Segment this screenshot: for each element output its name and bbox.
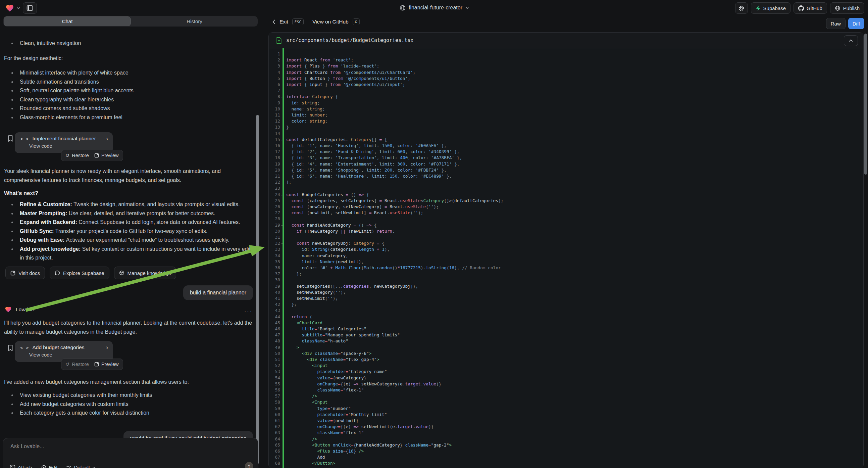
code-line: 21 { id: '6', name: 'Healthcare', limit:… — [269, 173, 863, 179]
message-menu-button[interactable]: ··· — [244, 308, 253, 314]
code-line: 17 { id: '2', name: 'Food & Dining', lim… — [269, 149, 863, 155]
tab-history[interactable]: History — [131, 16, 258, 27]
restore-icon: ↺ — [65, 361, 69, 367]
publish-button[interactable]: Publish — [830, 2, 864, 14]
line-number: 46 — [269, 326, 280, 332]
fold-chevron-icon[interactable]: › — [279, 139, 285, 141]
code-line: 29› const handleAddCategory = () => { — [269, 222, 863, 228]
view-on-github-button[interactable]: View on GitHub — [312, 19, 348, 25]
supabase-button[interactable]: Supabase — [751, 2, 791, 14]
toggle-sidebar-button[interactable] — [23, 2, 37, 14]
view-code-link[interactable]: View code — [15, 351, 113, 357]
assistant-outro-2: I've added a new budget categories manag… — [4, 377, 255, 386]
line-number: 16 — [269, 143, 280, 149]
diff-toggle-button[interactable]: Diff — [848, 18, 864, 29]
line-number: 23 — [269, 185, 280, 192]
code-line: 14 — [269, 130, 863, 137]
list-item: Each category gets a unique color for vi… — [4, 409, 253, 418]
code-line: 44 return ( — [269, 314, 863, 320]
external-link-icon — [94, 362, 99, 367]
code-line: 3import { Plus } from 'lucide-react'; — [269, 63, 863, 69]
line-number: 67 — [269, 454, 280, 460]
preview-button[interactable]: Preview — [94, 361, 119, 367]
send-button[interactable]: ↑ — [245, 462, 253, 468]
line-number: 5 — [269, 76, 280, 82]
feature-bullet-list: View existing budget categories with the… — [4, 391, 253, 418]
whats-next-heading: What's next? — [4, 189, 38, 198]
line-number: 22 — [269, 179, 280, 185]
assistant-summary: Your sleek financial planner is now read… — [4, 167, 253, 185]
chevron-down-icon — [465, 7, 469, 9]
line-number: 58 — [269, 399, 280, 405]
line-number: 29 — [269, 222, 280, 228]
next-step-item: Expand with Backend: Connect Supabase to… — [4, 218, 253, 227]
line-number: 42 — [269, 301, 280, 308]
project-switcher[interactable]: financial-future-creator — [399, 0, 469, 16]
chevron-down-icon[interactable] — [17, 7, 20, 9]
view-code-link[interactable]: View code — [15, 142, 113, 149]
collapse-file-button[interactable] — [844, 35, 858, 46]
code-line: 8›interface Category { — [269, 94, 863, 100]
code-line: 42 }; — [269, 301, 863, 308]
user-message-1: build a financial planner — [183, 285, 253, 300]
code-line: 55 onChange={(e) => setNewCategory(e.tar… — [269, 381, 863, 387]
esc-kbd: ESC — [292, 19, 304, 25]
line-number: 19 — [269, 161, 280, 167]
line-number: 53 — [269, 369, 280, 375]
chat-input[interactable] — [10, 443, 246, 456]
fold-chevron-icon[interactable]: › — [279, 224, 285, 227]
list-item: View existing budget categories with the… — [4, 391, 253, 400]
line-number: 68 — [269, 460, 280, 466]
code-line: 36 color: '#' + Math.floor(Math.random()… — [269, 265, 863, 271]
line-number: 63 — [269, 430, 280, 436]
mode-select[interactable]: Default — [66, 465, 95, 468]
line-number: 28 — [269, 216, 280, 222]
restore-button[interactable]: ↺ Restore — [65, 153, 89, 158]
attach-button[interactable]: Attach — [10, 465, 32, 468]
design-heading: For the design aesthetic: — [4, 54, 63, 63]
code-scrollbar[interactable] — [864, 34, 867, 175]
list-item: Soft, neutral color palette with light b… — [4, 86, 251, 95]
code-line: 38 — [269, 277, 863, 283]
tab-chat[interactable]: Chat — [4, 17, 131, 26]
file-header[interactable]: src/components/budget/BudgetCategories.t… — [269, 33, 863, 48]
github-button[interactable]: GitHub — [794, 2, 827, 14]
code-line: 12 color: string; — [269, 118, 863, 124]
package-box-icon — [119, 270, 124, 275]
chevron-left-icon[interactable] — [273, 20, 276, 24]
fold-chevron-icon[interactable]: › — [279, 243, 285, 245]
visit-docs-button[interactable]: Visit docs — [5, 267, 45, 279]
settings-button[interactable] — [735, 2, 748, 14]
line-number: 35 — [269, 259, 280, 265]
line-number: 65 — [269, 442, 280, 448]
chat-scrollbar[interactable] — [256, 115, 259, 464]
edit-button[interactable]: Edit — [41, 465, 58, 468]
list-item: Minimalist interface with plenty of whit… — [4, 68, 251, 78]
attach-image-icon — [10, 465, 16, 468]
code-editor[interactable]: 12import React from 'react';3import { Pl… — [269, 48, 863, 468]
bookmark-icon[interactable] — [7, 135, 13, 142]
file-path: src/components/budget/BudgetCategories.t… — [286, 37, 413, 43]
line-number: 61 — [269, 418, 280, 424]
line-number: 13 — [269, 124, 280, 130]
raw-toggle-button[interactable]: Raw — [826, 18, 845, 29]
restore-button[interactable]: ↺ Restore — [65, 361, 89, 367]
code-line: 37 }; — [269, 271, 863, 277]
manage-knowledge-button[interactable]: Manage knowledge — [114, 267, 176, 279]
code-line: 4import ChartCard from '@/components/ui/… — [269, 69, 863, 76]
next-step-item: GitHub Sync: Transfer your project's cod… — [4, 227, 253, 236]
code-line: 66 <Plus size={16} /> — [269, 448, 863, 454]
preview-button[interactable]: Preview — [94, 153, 119, 158]
code-line: 16 { id: '1', name: 'Housing', limit: 15… — [269, 143, 863, 149]
code-line: 56 className="flex-1" — [269, 387, 863, 393]
line-number: 3 — [269, 63, 280, 69]
fold-chevron-icon[interactable]: › — [279, 96, 285, 98]
explore-supabase-button[interactable]: Explore Supabase — [50, 267, 110, 279]
fold-chevron-icon[interactable]: › — [279, 194, 285, 196]
line-number: 27 — [269, 210, 280, 216]
code-line: 49 > — [269, 345, 863, 351]
design-bullet-list: Minimalist interface with plenty of whit… — [4, 68, 251, 122]
bookmark-icon[interactable] — [7, 345, 13, 352]
lovable-heart-icon[interactable] — [5, 4, 14, 12]
exit-button[interactable]: Exit — [279, 19, 288, 25]
